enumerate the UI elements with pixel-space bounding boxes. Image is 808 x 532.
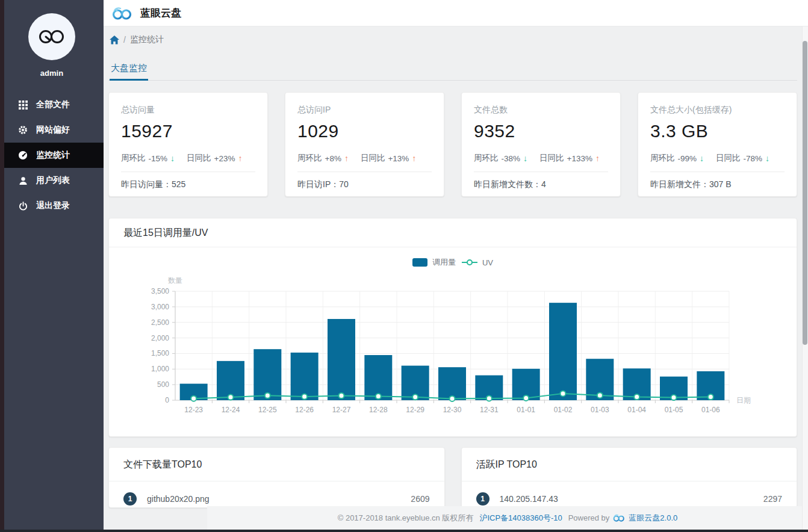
footer: © 2017-2018 tank.eyeblue.cn 版权所有 沪ICP备14… [207, 506, 808, 530]
stat-title: 文件总数 [474, 105, 608, 116]
rank-badge: 1 [123, 492, 137, 506]
gear-icon [18, 125, 28, 135]
week-trend: 周环比-15% ↓ [121, 153, 175, 164]
svg-text:12-26: 12-26 [295, 406, 314, 414]
svg-text:12-27: 12-27 [332, 406, 351, 414]
day-trend: 日同比+23% ↑ [187, 153, 242, 164]
list-item: 1 140.205.147.43 2297 [462, 481, 797, 508]
svg-text:1,000: 1,000 [151, 365, 169, 373]
footer-brand-logo-icon [612, 513, 626, 522]
sidebar-item-label: 用户列表 [36, 175, 70, 186]
sidebar-item-label: 退出登录 [36, 200, 70, 211]
power-icon [18, 201, 28, 211]
tab-dashboard-monitor[interactable]: 大盘监控 [110, 59, 148, 80]
breadcrumb-current: 监控统计 [130, 34, 164, 45]
stat-card-total-files: 文件总数 9352 周环比-38% ↓ 日同比+133% ↑ [461, 92, 621, 197]
sidebar-item-user-list[interactable]: 用户列表 [0, 168, 104, 193]
svg-text:12-24: 12-24 [222, 406, 240, 414]
chart-card-title: 最近15日调用量/UV [109, 218, 797, 247]
stat-footnote: 昨日访IP：70 [297, 172, 432, 190]
breadcrumb: / 监控统计 [108, 26, 797, 45]
svg-text:01-02: 01-02 [554, 406, 573, 414]
avatar[interactable] [28, 13, 75, 60]
uv-bar-chart[interactable]: 05001,0001,5002,0002,5003,0003,50012-231… [109, 271, 798, 436]
svg-text:12-28: 12-28 [369, 406, 388, 414]
week-trend: 周环比-38% ↓ [474, 153, 527, 164]
user-icon [18, 176, 28, 185]
svg-text:12-23: 12-23 [184, 406, 203, 414]
svg-text:2,500: 2,500 [151, 318, 169, 327]
svg-text:数量: 数量 [168, 276, 182, 285]
stat-cards-row: 总访问量 15927 周环比-15% ↓ 日同比+23% ↑ [108, 92, 797, 197]
page-title: 蓝眼云盘 [140, 6, 181, 20]
powered-by-text: Powered by [568, 513, 610, 522]
scrollbar-track[interactable] [802, 26, 808, 532]
sidebar: admin 全部文件 网 [0, 0, 104, 532]
stat-card-total-visits: 总访问量 15927 周环比-15% ↓ 日同比+23% ↑ [108, 92, 268, 197]
legend-item-uv[interactable]: UV [462, 258, 493, 267]
sidebar-item-label: 全部文件 [36, 99, 70, 110]
stat-value: 1029 [297, 121, 432, 141]
legend-item-calls[interactable]: 调用量 [412, 257, 456, 268]
svg-text:12-31: 12-31 [480, 406, 499, 414]
trend-arrow-icon: ↑ [238, 153, 242, 163]
scrollbar-thumb[interactable] [803, 41, 807, 345]
sidebar-menu: 全部文件 网站偏好 监 [0, 92, 104, 218]
topbar: 蓝眼云盘 [104, 0, 808, 26]
list-item-name: 140.205.147.43 [500, 494, 763, 504]
svg-text:3,500: 3,500 [151, 287, 169, 295]
trend-arrow-icon: ↓ [765, 153, 769, 163]
svg-text:2,000: 2,000 [151, 334, 169, 342]
stat-card-total-size: 文件总大小(包括缓存) 3.3 GB 周环比-99% ↓ 日同比-78% ↓ [638, 92, 797, 197]
infinity-logo-icon [37, 28, 66, 46]
window-bottom-edge [0, 530, 808, 532]
stat-value: 3.3 GB [650, 121, 785, 141]
trend-arrow-icon: ↓ [700, 153, 704, 163]
home-icon[interactable] [110, 36, 119, 45]
copyright-text: © 2017-2018 tank.eyeblue.cn 版权所有 [338, 513, 474, 524]
sidebar-item-label: 网站偏好 [36, 125, 70, 135]
gauge-icon [18, 150, 28, 160]
trend-arrow-icon: ↓ [523, 153, 527, 163]
list-item-name: github20x20.png [147, 494, 411, 504]
app-window: admin 全部文件 网 [0, 0, 808, 532]
chart-body: 调用量 UV 05001,0001,5002,0002,5003,0003,50… [109, 247, 797, 436]
svg-text:0: 0 [165, 396, 169, 404]
icp-link[interactable]: 沪ICP备14038360号-10 [479, 513, 562, 524]
svg-text:12-30: 12-30 [443, 406, 462, 414]
rank-badge: 1 [476, 492, 489, 506]
trend-arrow-icon: ↑ [412, 153, 416, 163]
list-card-title: 文件下载量TOP10 [109, 448, 444, 481]
svg-text:01-03: 01-03 [591, 406, 609, 414]
download-top10-card: 文件下载量TOP10 1 github20x20.png 2609 [108, 447, 445, 508]
svg-text:01-04: 01-04 [627, 406, 646, 414]
active-ip-top10-card: 活跃IP TOP10 1 140.205.147.43 2297 [461, 447, 798, 508]
stat-card-total-ip: 总访问IP 1029 周环比+8% ↑ 日同比+13% ↑ [285, 92, 444, 197]
stat-value: 15927 [121, 121, 255, 141]
sidebar-item-site-preference[interactable]: 网站偏好 [0, 117, 104, 143]
day-trend: 日同比+13% ↑ [361, 153, 416, 164]
sidebar-item-all-files[interactable]: 全部文件 [0, 92, 104, 117]
brand-logo-icon [111, 5, 133, 21]
week-trend: 周环比-99% ↓ [650, 153, 704, 164]
trend-arrow-icon: ↑ [344, 153, 349, 163]
list-item-value: 2297 [763, 494, 782, 504]
svg-text:3,000: 3,000 [151, 303, 169, 311]
stat-title: 文件总大小(包括缓存) [650, 105, 785, 116]
svg-text:01-06: 01-06 [701, 406, 720, 414]
sidebar-item-monitor-stats[interactable]: 监控统计 [0, 143, 104, 168]
svg-text:12-29: 12-29 [406, 406, 424, 414]
svg-text:500: 500 [157, 380, 169, 389]
svg-text:01-01: 01-01 [517, 406, 535, 414]
sidebar-item-logout[interactable]: 退出登录 [0, 193, 104, 218]
stat-footnote: 昨日新增文件：307 B [650, 172, 785, 190]
product-version-link[interactable]: 蓝眼云盘2.0.0 [629, 513, 677, 524]
top-lists-row: 文件下载量TOP10 1 github20x20.png 2609 活跃IP T… [108, 447, 797, 508]
stat-value: 9352 [474, 121, 608, 141]
bar-swatch-icon [412, 258, 427, 267]
sidebar-item-label: 监控统计 [36, 150, 70, 161]
list-item: 1 github20x20.png 2609 [109, 481, 444, 508]
stat-footnote: 昨日新增文件数：4 [474, 172, 608, 190]
uv-chart-card: 最近15日调用量/UV 调用量 UV 05001,0001,5002,0002,… [108, 218, 797, 437]
stat-title: 总访问IP [297, 105, 432, 116]
